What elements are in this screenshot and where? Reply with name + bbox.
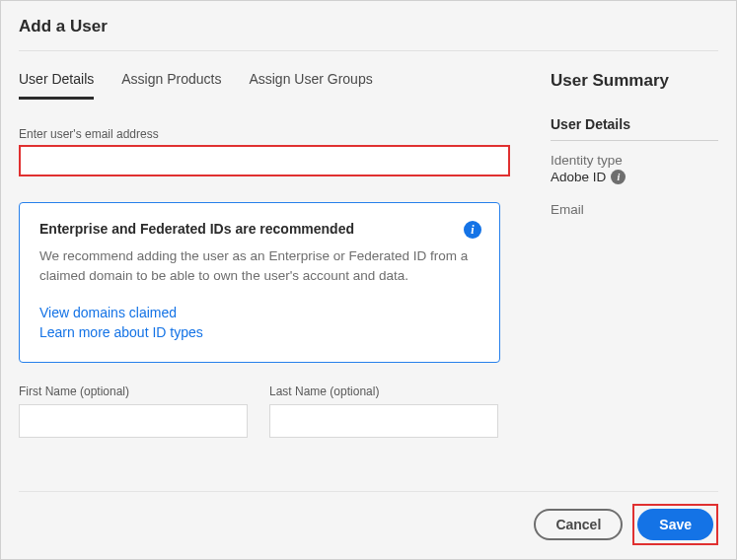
last-name-label: Last Name (optional) [269, 385, 498, 398]
tab-assign-user-groups[interactable]: Assign User Groups [249, 71, 372, 100]
first-name-input[interactable] [19, 404, 248, 438]
identity-type-label: Identity type [551, 153, 718, 168]
first-name-field: First Name (optional) [19, 385, 248, 438]
summary-panel: User Summary User Details Identity type … [551, 71, 718, 491]
last-name-input[interactable] [269, 404, 498, 438]
infobox-title: Enterprise and Federated IDs are recomme… [39, 221, 479, 237]
identity-type-value: Adobe ID i [551, 170, 718, 184]
dialog-footer: Cancel Save [19, 491, 718, 559]
save-highlight: Save [632, 504, 718, 545]
divider [19, 50, 718, 51]
tab-user-details[interactable]: User Details [19, 71, 94, 100]
learn-id-types-link[interactable]: Learn more about ID types [39, 324, 479, 340]
summary-email-label: Email [551, 202, 718, 217]
summary-title: User Summary [551, 71, 718, 91]
left-panel: User Details Assign Products Assign User… [19, 71, 521, 491]
cancel-button[interactable]: Cancel [534, 509, 623, 540]
last-name-field: Last Name (optional) [269, 385, 498, 438]
dialog-title: Add a User [19, 17, 718, 36]
tab-assign-products[interactable]: Assign Products [121, 71, 221, 100]
view-domains-link[interactable]: View domains claimed [39, 305, 479, 320]
id-recommendation-box: i Enterprise and Federated IDs are recom… [19, 202, 500, 363]
tabs: User Details Assign Products Assign User… [19, 71, 521, 100]
info-icon: i [464, 221, 481, 239]
summary-section-header: User Details [551, 116, 718, 141]
info-icon[interactable]: i [611, 170, 626, 184]
email-label: Enter user's email address [19, 127, 521, 141]
identity-type-text: Adobe ID [551, 170, 606, 184]
name-row: First Name (optional) Last Name (optiona… [19, 385, 521, 438]
email-input[interactable] [19, 145, 510, 176]
save-button[interactable]: Save [637, 509, 713, 540]
dialog-body: User Details Assign Products Assign User… [19, 71, 718, 491]
first-name-label: First Name (optional) [19, 385, 248, 398]
infobox-text: We recommend adding the user as an Enter… [39, 246, 479, 287]
add-user-dialog: Add a User User Details Assign Products … [0, 0, 737, 560]
